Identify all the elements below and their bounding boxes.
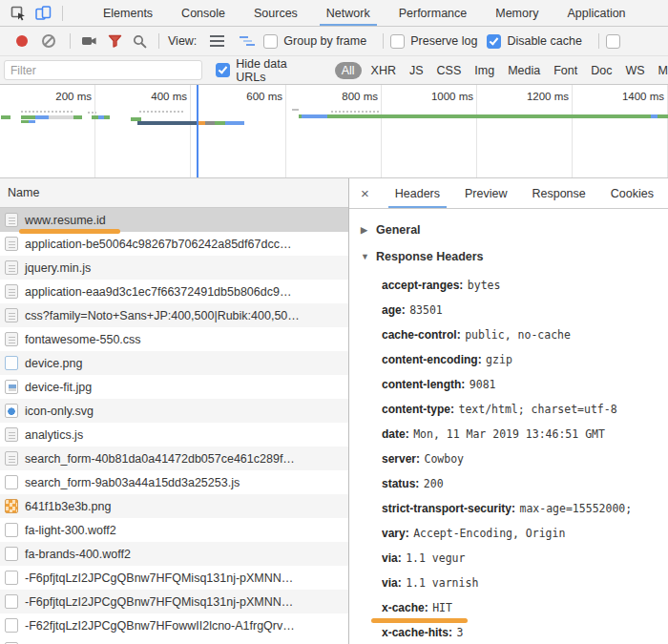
- main-tab[interactable]: Console: [167, 0, 240, 26]
- main-tab[interactable]: Performance: [385, 0, 482, 26]
- header-name: x-cache-hits:: [382, 626, 452, 639]
- table-row[interactable]: fa-brands-400.woff2: [0, 542, 348, 566]
- filter-input[interactable]: [4, 60, 202, 80]
- file-name: device.png: [25, 357, 82, 370]
- response-headers-section-header[interactable]: ▼ Response Headers: [349, 243, 668, 270]
- resource-type-filter[interactable]: XHR: [371, 64, 396, 77]
- annotation-underline: [19, 229, 120, 234]
- table-row[interactable]: device-fit.jpg: [0, 375, 348, 399]
- table-row[interactable]: fontawesome-550.css: [0, 327, 348, 351]
- table-row[interactable]: application-eaa9d3c1ec7f66372491db5b806d…: [0, 280, 348, 303]
- resource-type-filter[interactable]: Img: [474, 64, 494, 77]
- timeline-bar: [215, 121, 225, 125]
- response-header-row: via: 1.1 vegur: [382, 545, 668, 570]
- clear-icon[interactable]: [42, 34, 55, 48]
- timeline-tick-label: 200 ms: [38, 91, 92, 102]
- resource-type-filter[interactable]: M: [658, 64, 668, 77]
- table-row[interactable]: [0, 637, 348, 644]
- timeline-tick-label: 1400 ms: [611, 91, 664, 102]
- response-header-row: via: 1.1 varnish: [382, 570, 668, 594]
- file-type-icon: [5, 308, 18, 322]
- resource-type-filter[interactable]: All: [335, 62, 362, 79]
- file-name: fa-light-300.woff2: [25, 524, 116, 537]
- hide-data-urls-checkbox[interactable]: [216, 63, 230, 77]
- file-type-icon: [5, 618, 18, 633]
- timeline-bar: [21, 115, 35, 119]
- waterfall-view-icon[interactable]: [240, 35, 256, 47]
- timeline-bar: [21, 120, 29, 123]
- header-value: 9081: [470, 378, 496, 391]
- main-tab[interactable]: Sources: [240, 0, 312, 26]
- main-tab[interactable]: Elements: [89, 0, 167, 26]
- header-name: vary:: [382, 527, 409, 540]
- table-row[interactable]: -F62fjtqLzI2JPCgQBnw7HFowwII2lcno-A1frgQ…: [0, 613, 348, 637]
- table-row[interactable]: -F6pfjtqLzI2JPCgQBnw7HFQMisq131nj-pXMNN…: [0, 590, 348, 613]
- detail-tab[interactable]: Preview: [452, 178, 519, 208]
- resource-type-filter[interactable]: Doc: [591, 64, 612, 77]
- close-icon[interactable]: ×: [361, 186, 369, 200]
- response-headers-list: accept-ranges: bytesage: 83501cache-cont…: [349, 272, 668, 644]
- table-row[interactable]: device.png: [0, 351, 348, 375]
- table-row[interactable]: jquery.min.js: [0, 256, 348, 280]
- timeline-bar: [29, 120, 35, 123]
- table-row[interactable]: search_form-9ab03a44a15dd3a25253.js: [0, 470, 348, 494]
- file-type-icon: [5, 237, 18, 251]
- detail-tab[interactable]: Headers: [383, 178, 452, 208]
- table-row[interactable]: application-be50064c98267b706242a85df67d…: [0, 232, 348, 256]
- timeline-bar: [205, 121, 215, 125]
- disable-cache-checkbox[interactable]: [487, 34, 501, 49]
- file-name: icon-only.svg: [25, 405, 94, 418]
- header-value: 200: [424, 477, 444, 490]
- preserve-log-checkbox[interactable]: [390, 34, 405, 49]
- table-row[interactable]: icon-only.svg: [0, 399, 348, 423]
- table-row[interactable]: -F6pfjtqLzI2JPCgQBnw7HFQMisq131nj-pXMNN…: [0, 566, 348, 590]
- name-column-header[interactable]: Name: [0, 178, 348, 208]
- group-by-frame-checkbox[interactable]: [263, 34, 278, 49]
- resource-type-filters: AllXHRJSCSSImgMediaFontDocWSM: [335, 62, 668, 79]
- file-type-icon: [5, 547, 18, 561]
- search-icon[interactable]: [130, 32, 149, 50]
- resource-type-filter[interactable]: CSS: [437, 64, 462, 77]
- clipped-checkbox[interactable]: [606, 34, 620, 49]
- timeline-bar: [21, 111, 74, 113]
- response-header-row: vary: Accept-Encoding, Origin: [382, 520, 668, 545]
- record-button[interactable]: [16, 35, 28, 47]
- timeline-bar: [1, 115, 10, 119]
- device-toolbar-icon[interactable]: [33, 5, 52, 22]
- filter-funnel-icon[interactable]: [105, 32, 124, 50]
- table-row[interactable]: css?family=Noto+Sans+JP:400,500|Rubik:40…: [0, 303, 348, 327]
- table-row[interactable]: search_form-40b81da0a41472db057ce461c289…: [0, 447, 348, 470]
- response-header-row: status: 200: [382, 470, 668, 495]
- table-row[interactable]: fa-light-300.woff2: [0, 518, 348, 542]
- list-view-icon[interactable]: [210, 35, 224, 47]
- timeline-overview[interactable]: 200 ms400 ms600 ms800 ms1000 ms1200 ms14…: [0, 85, 668, 178]
- response-header-row: cache-control: public, no-cache: [382, 322, 668, 346]
- main-tab[interactable]: Network: [312, 0, 385, 26]
- network-toolbar: View: Group by frame Preserve log Disabl…: [0, 27, 668, 56]
- header-name: cache-control:: [382, 328, 461, 342]
- header-name: strict-transport-security:: [382, 502, 515, 515]
- file-type-icon: [5, 404, 18, 418]
- detail-tab[interactable]: Response: [519, 178, 597, 208]
- file-type-icon: [5, 499, 18, 513]
- timeline-bar: [88, 112, 96, 114]
- inspect-element-icon[interactable]: [9, 5, 28, 22]
- resource-type-filter[interactable]: JS: [409, 64, 424, 77]
- main-tab[interactable]: Memory: [481, 0, 553, 26]
- header-name: age:: [382, 303, 406, 317]
- file-name: application-be50064c98267b706242a85df67d…: [25, 238, 291, 251]
- file-type-icon: [5, 356, 18, 370]
- table-row[interactable]: analytics.js: [0, 423, 348, 447]
- resource-type-filter[interactable]: Media: [508, 64, 540, 77]
- table-row[interactable]: 641f1b3e3b.png: [0, 494, 348, 518]
- main-tab[interactable]: Application: [553, 0, 639, 26]
- network-split-view: Name www.resume.id application-be50064c9…: [0, 178, 668, 644]
- resource-type-filter[interactable]: Font: [553, 64, 577, 77]
- main-tab-bar: ElementsConsoleSourcesNetworkPerformance…: [0, 0, 668, 27]
- file-type-icon: [5, 380, 18, 394]
- detail-tab[interactable]: Cookies: [598, 178, 666, 208]
- filter-bar: Hide data URLs AllXHRJSCSSImgMediaFontDo…: [0, 56, 668, 85]
- screenshot-camera-icon[interactable]: [80, 32, 99, 50]
- resource-type-filter[interactable]: WS: [625, 64, 644, 77]
- general-section-header[interactable]: ▶ General: [349, 217, 668, 243]
